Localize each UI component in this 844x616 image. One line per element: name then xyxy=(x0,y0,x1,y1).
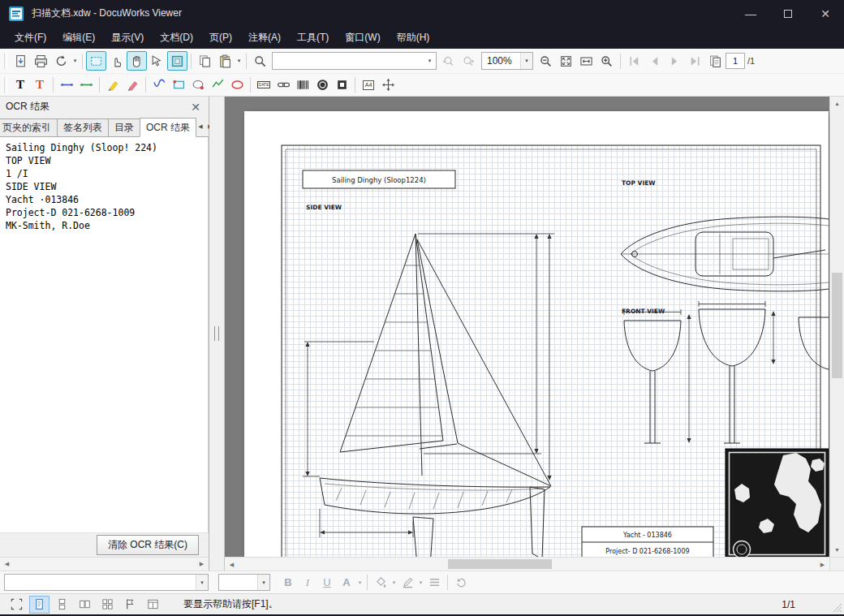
zoom-out-icon[interactable] xyxy=(536,51,556,71)
ocr-result-list[interactable]: Sailing Dinghy (Sloop! 224) TOP VIEW 1 /… xyxy=(0,137,209,532)
vertical-scrollbar[interactable]: ▲ ▼ xyxy=(829,97,844,557)
toolbar-grip[interactable] xyxy=(4,53,7,69)
italic-button[interactable]: I xyxy=(298,574,317,592)
menu-window[interactable]: 窗口(W) xyxy=(337,27,388,49)
vertical-scroll-track[interactable] xyxy=(830,110,844,543)
ellipse-annotation-icon[interactable] xyxy=(188,76,208,94)
thumbnail-view-icon[interactable] xyxy=(97,596,118,614)
splitter-handle-icon[interactable] xyxy=(214,326,219,341)
menu-page[interactable]: 页(P) xyxy=(201,27,240,49)
vertical-scroll-thumb[interactable] xyxy=(832,273,842,378)
search-next-icon[interactable] xyxy=(459,51,479,71)
underline-button[interactable]: U xyxy=(317,574,337,592)
line-tool-green-icon[interactable] xyxy=(76,76,96,94)
menu-file[interactable]: 文件(F) xyxy=(6,27,54,49)
search-dropdown-arrow[interactable]: ▾ xyxy=(424,53,436,69)
horizontal-scroll-track[interactable] xyxy=(239,558,816,571)
search-previous-icon[interactable] xyxy=(438,51,459,71)
reset-format-icon[interactable] xyxy=(451,574,471,592)
fill-color-icon[interactable] xyxy=(371,574,390,592)
date-stamp-icon[interactable]: DATE xyxy=(254,76,273,94)
close-button[interactable]: ✕ xyxy=(807,0,844,27)
rotate-page-icon[interactable] xyxy=(51,51,71,71)
resize-grip-icon[interactable] xyxy=(833,603,842,613)
select-frame-icon[interactable] xyxy=(86,51,106,71)
scroll-up-icon[interactable]: ▲ xyxy=(830,97,844,110)
page-number-box[interactable]: 1 xyxy=(726,53,745,69)
line-color-icon[interactable] xyxy=(398,574,417,592)
cursor-pen-icon[interactable] xyxy=(147,51,167,71)
freehand-curve-icon[interactable] xyxy=(149,76,169,94)
menu-help[interactable]: 帮助(H) xyxy=(389,27,438,49)
scroll-down-icon[interactable]: ▼ xyxy=(830,543,844,557)
text-tool-icon[interactable]: T xyxy=(11,76,30,94)
fit-page-icon[interactable] xyxy=(556,51,576,71)
square-stamp-icon[interactable] xyxy=(332,76,351,94)
annotation-text-combo[interactable]: ▾ xyxy=(4,574,209,591)
menu-tools[interactable]: 工具(T) xyxy=(289,27,337,49)
line-style-icon[interactable] xyxy=(424,574,444,592)
app-icon[interactable] xyxy=(8,6,24,22)
line-color-dropdown-arrow[interactable]: ▾ xyxy=(417,579,424,586)
tab-toc[interactable]: 目录 xyxy=(108,118,140,136)
panel-splitter[interactable] xyxy=(209,97,225,571)
tab-binder-index[interactable]: 页夹的索引 xyxy=(0,118,58,136)
scroll-left-icon[interactable]: ◀ xyxy=(0,558,14,571)
panel-horizontal-scrollbar[interactable]: ◀ ▶ xyxy=(0,557,209,571)
search-input[interactable] xyxy=(273,53,424,69)
toolbar-grip[interactable] xyxy=(4,77,7,93)
scroll-right-icon[interactable]: ▶ xyxy=(816,558,829,571)
highlighter-icon[interactable] xyxy=(103,76,123,94)
maximize-button[interactable] xyxy=(769,0,807,27)
link-icon[interactable] xyxy=(273,76,293,94)
horizontal-scrollbar[interactable]: ◀ ▶ xyxy=(225,557,829,571)
text-combo-dropdown-arrow[interactable]: ▾ xyxy=(196,575,208,590)
zoom-combobox[interactable]: 100% ▾ xyxy=(481,52,533,70)
region-select-icon[interactable] xyxy=(6,596,27,614)
move-tool-icon[interactable] xyxy=(378,76,398,94)
font-size-combo[interactable]: ▾ xyxy=(218,574,270,591)
page-view-icon[interactable] xyxy=(29,596,50,614)
page-down-arrow-icon[interactable] xyxy=(11,51,31,71)
copy-page-icon[interactable] xyxy=(705,51,726,71)
copy-icon[interactable] xyxy=(195,51,215,71)
scroll-left-icon[interactable]: ◀ xyxy=(225,558,239,571)
last-page-icon[interactable] xyxy=(685,51,705,71)
oval-stamp-icon[interactable] xyxy=(227,76,247,94)
tab-signature-list[interactable]: 签名列表 xyxy=(57,118,109,136)
bold-button[interactable]: B xyxy=(278,574,298,592)
touch-pointer-icon[interactable] xyxy=(106,51,127,71)
print-icon[interactable] xyxy=(31,51,51,71)
round-stamp-icon[interactable] xyxy=(312,76,332,94)
marker-red-icon[interactable] xyxy=(123,76,142,94)
menu-view[interactable]: 显示(V) xyxy=(103,27,152,49)
document-page[interactable]: Sailing Dinghy (Sloop1224) SIDE VIEW TOP… xyxy=(244,111,829,557)
font-size-dropdown-arrow[interactable]: ▾ xyxy=(257,575,269,590)
font-color-dropdown-arrow[interactable]: ▾ xyxy=(356,579,364,586)
first-page-icon[interactable] xyxy=(624,51,644,71)
flag-icon[interactable] xyxy=(120,596,140,614)
clear-ocr-button[interactable]: 清除 OCR 结果(C) xyxy=(97,535,199,555)
text-tool-red-icon[interactable]: T xyxy=(30,76,50,94)
window-split-icon[interactable] xyxy=(143,596,163,614)
zoom-in-icon[interactable] xyxy=(596,51,617,71)
menu-document[interactable]: 文档(D) xyxy=(152,27,201,49)
font-color-button[interactable]: A xyxy=(337,574,356,592)
tab-scroll-left-icon[interactable]: ◀ xyxy=(196,120,205,133)
polyline-check-icon[interactable] xyxy=(208,76,227,94)
rectangle-annotation-icon[interactable] xyxy=(169,76,188,94)
paste-icon[interactable] xyxy=(215,51,235,71)
hand-tool-icon[interactable] xyxy=(127,51,147,71)
next-page-icon[interactable] xyxy=(665,51,685,71)
horizontal-scroll-thumb[interactable] xyxy=(448,559,552,569)
menu-edit[interactable]: 编辑(E) xyxy=(54,27,103,49)
paste-dropdown-arrow[interactable]: ▾ xyxy=(235,58,243,64)
crop-frame-icon[interactable] xyxy=(167,51,187,71)
line-tool-blue-icon[interactable] xyxy=(57,76,76,94)
panel-close-icon[interactable]: ✕ xyxy=(188,100,203,114)
fit-width-icon[interactable] xyxy=(576,51,596,71)
paper-size-icon[interactable]: A4 xyxy=(359,76,378,94)
tab-ocr-result[interactable]: OCR 结果 xyxy=(140,118,196,137)
previous-page-icon[interactable] xyxy=(644,51,665,71)
fill-color-dropdown-arrow[interactable]: ▾ xyxy=(390,579,398,586)
